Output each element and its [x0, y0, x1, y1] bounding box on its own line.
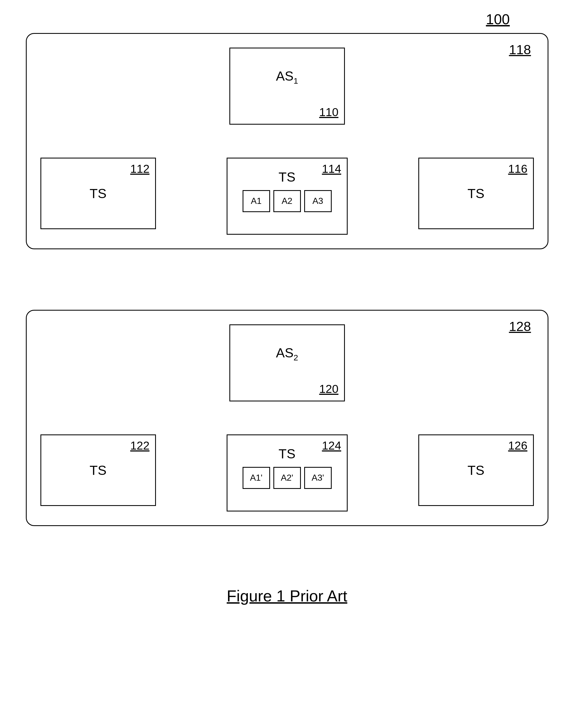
ts-ref-126: 126	[508, 439, 527, 452]
ts-ref-124: 124	[322, 439, 341, 452]
ts-label-122: TS	[90, 463, 107, 478]
admin-server-120: AS2 120	[230, 324, 345, 401]
figure-reference-number: 100	[26, 11, 548, 28]
as-ref-120: 120	[319, 382, 338, 396]
app-a1: A1	[243, 190, 270, 212]
as-row-1: AS1 110	[40, 48, 534, 125]
terminal-server-116: 116 TS	[418, 158, 534, 229]
ts-row-2: 122 TS 124 TS A1' A2' A3' 126 TS	[40, 435, 534, 512]
app-a2p: A2'	[273, 467, 301, 489]
ts-ref-122: 122	[130, 439, 149, 452]
network-group-118: 118 AS1 110 112 TS 114 TS A1 A2 A3	[26, 33, 548, 249]
ts-label-114: TS	[279, 169, 295, 185]
ts-ref-114: 114	[322, 162, 341, 175]
ts-label-116: TS	[467, 186, 484, 201]
app-row-114: A1 A2 A3	[243, 190, 332, 212]
ts-label-126: TS	[467, 463, 484, 478]
admin-server-110: AS1 110	[230, 48, 345, 125]
app-a1p: A1'	[243, 467, 270, 489]
terminal-server-124: 124 TS A1' A2' A3'	[227, 435, 347, 512]
ts-label-124: TS	[279, 446, 295, 461]
terminal-server-126: 126 TS	[418, 435, 534, 506]
terminal-server-114: 114 TS A1 A2 A3	[227, 158, 347, 235]
ts-row-1: 112 TS 114 TS A1 A2 A3 116 TS	[40, 158, 534, 235]
app-a2: A2	[273, 190, 301, 212]
ts-ref-116: 116	[508, 162, 527, 175]
app-a3: A3	[304, 190, 332, 212]
ts-label-112: TS	[90, 186, 107, 201]
app-a3p: A3'	[304, 467, 332, 489]
as-label-1: AS1	[276, 69, 298, 86]
terminal-server-122: 122 TS	[40, 435, 156, 506]
group-ref-118: 118	[509, 42, 531, 57]
as-ref-110: 110	[319, 106, 338, 119]
terminal-server-112: 112 TS	[40, 158, 156, 229]
as-label-2: AS2	[276, 345, 298, 362]
ts-ref-112: 112	[130, 162, 149, 175]
figure-caption: Figure 1 Prior Art	[26, 587, 548, 605]
network-group-128: 128 AS2 120 122 TS 124 TS A1' A2' A3'	[26, 310, 548, 526]
diagram-figure-1: 100 118 AS1 110 112 TS 114 TS A1 A2 A3	[26, 11, 548, 605]
group-ref-128: 128	[509, 319, 531, 334]
as-row-2: AS2 120	[40, 324, 534, 401]
app-row-124: A1' A2' A3'	[243, 467, 332, 489]
